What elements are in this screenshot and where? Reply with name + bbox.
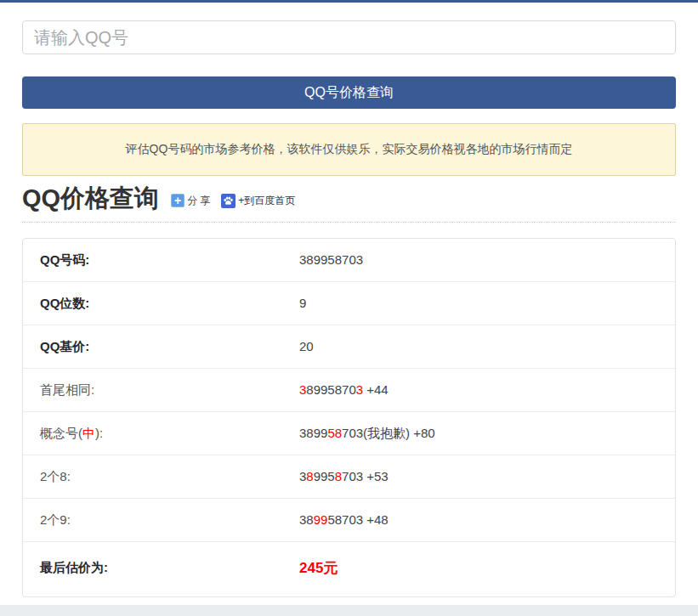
text-segment: 58703 +48 bbox=[327, 512, 388, 527]
text-segment: 最后估价为: bbox=[40, 560, 108, 574]
row-value: 9 bbox=[299, 295, 306, 312]
footer-strip bbox=[0, 605, 698, 616]
row-label: 首尾相同: bbox=[40, 381, 299, 398]
text-segment: QQ号码: bbox=[40, 252, 89, 267]
text-segment: 389958703 bbox=[299, 252, 363, 267]
row-value: 389958703 +48 bbox=[299, 511, 389, 528]
row-value: 20 bbox=[299, 338, 314, 355]
row-value: 389958703(我抱歉) +80 bbox=[299, 425, 435, 442]
text-segment: 首尾相同: bbox=[40, 382, 94, 397]
table-row: QQ位数:9 bbox=[23, 282, 675, 325]
text-segment: 703 +53 bbox=[342, 469, 389, 483]
highlighted-text: 8 bbox=[306, 469, 313, 483]
query-price-button[interactable]: QQ号价格查询 bbox=[22, 76, 676, 109]
text-segment: 9 bbox=[299, 296, 306, 310]
text-segment: 3899 bbox=[299, 426, 327, 440]
plus-share-icon: + bbox=[171, 194, 184, 207]
row-value: 389958703 bbox=[299, 251, 363, 268]
baidu-paw-icon bbox=[221, 194, 236, 208]
notice-text: 评估QQ号码的市场参考价格，该软件仅供娱乐，实际交易价格视各地的市场行情而定 bbox=[126, 142, 573, 157]
text-segment: ): bbox=[95, 426, 103, 440]
highlighted-text: 8 bbox=[335, 469, 342, 483]
page-title: QQ价格查询 bbox=[22, 183, 159, 213]
highlighted-text: 245元 bbox=[299, 560, 338, 576]
table-row: QQ号码:389958703 bbox=[23, 239, 675, 282]
row-label: QQ号码: bbox=[40, 251, 299, 268]
text-segment: 概念号( bbox=[40, 426, 82, 440]
content-area: QQ号价格查询 评估QQ号码的市场参考价格，该软件仅供娱乐，实际交易价格视各地的… bbox=[0, 20, 698, 597]
heading-row: QQ价格查询 + 分享 bbox=[22, 183, 676, 223]
row-value: 389958703 +44 bbox=[299, 381, 389, 398]
baidu-home-label: +到百度首页 bbox=[238, 194, 295, 208]
qq-number-input[interactable] bbox=[22, 20, 676, 54]
highlighted-text: 99 bbox=[314, 512, 328, 527]
table-row: 概念号(中):389958703(我抱歉) +80 bbox=[23, 412, 675, 455]
share-label: 分享 bbox=[187, 194, 213, 208]
baidu-home-link[interactable]: +到百度首页 bbox=[221, 194, 295, 208]
text-segment: QQ位数: bbox=[40, 296, 89, 310]
table-row: 最后估价为:245元 bbox=[23, 542, 675, 596]
highlighted-text: 58 bbox=[327, 426, 342, 440]
text-segment: 38 bbox=[299, 512, 314, 527]
row-value: 245元 bbox=[299, 559, 338, 578]
row-value: 389958703 +53 bbox=[299, 468, 389, 485]
table-row: 2个9:389958703 +48 bbox=[23, 499, 675, 542]
table-row: 2个8:389958703 +53 bbox=[23, 455, 675, 499]
highlighted-text: 中 bbox=[82, 426, 95, 440]
share-link[interactable]: + 分享 bbox=[171, 194, 213, 208]
notice-box: 评估QQ号码的市场参考价格，该软件仅供娱乐，实际交易价格视各地的市场行情而定 bbox=[22, 123, 676, 176]
text-segment: 703(我抱歉) +80 bbox=[342, 426, 435, 440]
highlighted-text: 3 bbox=[356, 382, 363, 397]
row-label: 2个9: bbox=[40, 511, 299, 528]
result-table: QQ号码:389958703QQ位数:9QQ基价:20首尾相同:38995870… bbox=[22, 238, 676, 597]
row-label: 最后估价为: bbox=[40, 559, 299, 578]
page: QQ号价格查询 评估QQ号码的市场参考价格，该软件仅供娱乐，实际交易价格视各地的… bbox=[0, 0, 698, 616]
text-segment: QQ基价: bbox=[40, 339, 89, 353]
text-segment: 8995870 bbox=[306, 382, 355, 397]
text-segment: 2个8: bbox=[40, 469, 71, 483]
top-accent-bar bbox=[0, 0, 698, 3]
text-segment: 2个9: bbox=[40, 512, 71, 527]
row-label: QQ基价: bbox=[40, 338, 299, 355]
row-label: 2个8: bbox=[40, 468, 299, 485]
table-row: 首尾相同:389958703 +44 bbox=[23, 369, 675, 412]
table-row: QQ基价:20 bbox=[23, 325, 675, 369]
row-label: QQ位数: bbox=[40, 295, 299, 312]
text-segment: 995 bbox=[314, 469, 335, 483]
row-label: 概念号(中): bbox=[40, 425, 299, 442]
text-segment: 20 bbox=[299, 339, 314, 353]
text-segment: +44 bbox=[363, 382, 389, 397]
